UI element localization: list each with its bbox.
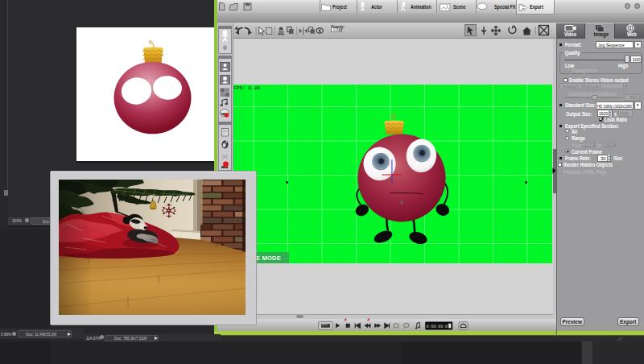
svg-text:0:00:00:00: 0:00:00:00 <box>427 324 450 328</box>
